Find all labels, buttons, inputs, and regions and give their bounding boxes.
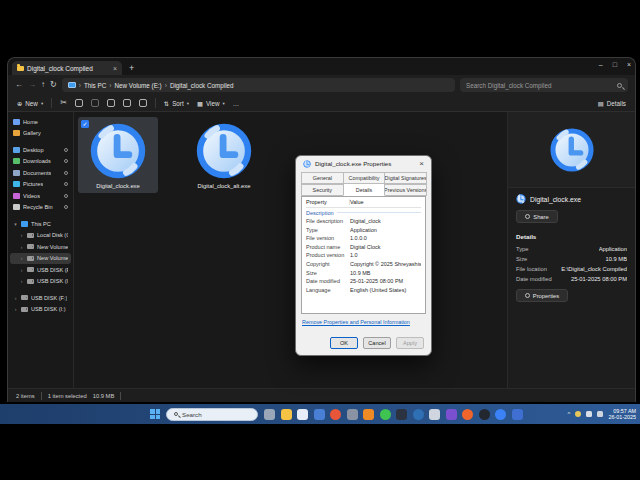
tab-digital-signatures[interactable]: Digital Signatures xyxy=(384,172,427,184)
sidebar-item-new-volume-e[interactable]: › New Volume (E:) xyxy=(10,253,71,265)
copy-button[interactable] xyxy=(75,99,83,107)
mail-app-icon[interactable] xyxy=(347,409,358,420)
tab-security[interactable]: Security xyxy=(301,184,344,196)
breadcrumb-new-volume-e[interactable]: New Volume (E:) xyxy=(114,82,161,89)
vlc-player-icon[interactable] xyxy=(363,409,374,420)
share-button[interactable] xyxy=(123,99,131,107)
sidebar-item-home[interactable]: Home xyxy=(10,116,71,128)
file-tile-digital-clock-alt-exe[interactable]: Digital_clock_alt.exe xyxy=(184,117,264,193)
network-volume-icons[interactable] xyxy=(597,411,603,417)
column-property[interactable]: Property xyxy=(306,199,350,205)
column-value[interactable]: Value xyxy=(350,199,364,205)
cancel-button[interactable]: Cancel xyxy=(363,337,391,349)
new-tab-button[interactable]: + xyxy=(129,64,134,73)
firefox-browser-icon[interactable] xyxy=(462,409,473,420)
remove-properties-link[interactable]: Remove Properties and Personal Informati… xyxy=(302,319,425,325)
tab-previous-versions[interactable]: Previous Versions xyxy=(384,184,427,196)
sort-button[interactable]: ⇅ Sort ▾ xyxy=(164,100,189,107)
chevron-right-icon[interactable]: › xyxy=(19,267,24,273)
tab-details[interactable]: Details xyxy=(343,183,386,196)
delete-button[interactable] xyxy=(139,99,147,107)
cut-button[interactable]: ✂ xyxy=(60,99,67,107)
remote-desktop-icon[interactable] xyxy=(512,409,523,420)
maximize-button[interactable]: □ xyxy=(613,60,617,70)
rename-button[interactable] xyxy=(107,99,115,107)
ok-button[interactable]: OK xyxy=(330,337,358,349)
up-icon[interactable]: ↑ xyxy=(41,81,45,89)
sidebar-item-downloads[interactable]: Downloads xyxy=(10,156,71,168)
purple-folder-app-icon[interactable] xyxy=(446,409,457,420)
chevron-right-icon[interactable]: › xyxy=(13,306,18,312)
desktop-icon xyxy=(13,147,20,153)
brave-browser-icon[interactable] xyxy=(330,409,341,420)
dialog-close-icon[interactable]: × xyxy=(419,160,424,168)
microsoft-store-icon[interactable] xyxy=(297,409,308,420)
forward-icon[interactable]: → xyxy=(28,81,36,89)
sidebar-item-usb-disk-i[interactable]: › USB DISK (I:) xyxy=(10,276,71,288)
close-button[interactable]: × xyxy=(627,60,631,70)
photos-app-icon[interactable] xyxy=(314,409,325,420)
chevron-right-icon[interactable]: › xyxy=(19,232,24,238)
properties-button[interactable]: Properties xyxy=(516,289,568,302)
sidebar-item-local-disk-c[interactable]: › Local Disk (C:) xyxy=(10,230,71,242)
back-icon[interactable]: ← xyxy=(15,81,23,89)
breadcrumb[interactable]: › This PC › New Volume (E:) › Digital_cl… xyxy=(62,78,455,92)
notepad-icon[interactable] xyxy=(429,409,440,420)
property-row: File version1.0.0.0 xyxy=(306,234,421,243)
chevron-right-icon[interactable]: › xyxy=(19,255,24,261)
share-button-pane[interactable]: Share xyxy=(516,210,558,223)
property-row: Product version1.0 xyxy=(306,251,421,260)
code-editor-icon[interactable] xyxy=(396,409,407,420)
file-explorer-icon[interactable] xyxy=(281,409,292,420)
details-pane-toggle[interactable]: ▤ Details xyxy=(598,100,626,107)
home-icon xyxy=(13,119,20,125)
this-pc-icon xyxy=(68,82,76,88)
tray-icon[interactable] xyxy=(586,411,592,417)
sidebar-item-desktop[interactable]: Desktop xyxy=(10,144,71,156)
chevron-down-icon[interactable]: ▾ xyxy=(13,221,18,227)
usb-drive-icon xyxy=(21,295,28,300)
breadcrumb-this-pc[interactable]: This PC xyxy=(84,82,106,89)
chevron-right-icon[interactable]: › xyxy=(19,278,24,284)
view-button[interactable]: ▦ View ▾ xyxy=(197,100,225,107)
sidebar-item-recycle-bin[interactable]: Recycle Bin xyxy=(10,202,71,214)
selection-checkbox[interactable]: ✓ xyxy=(81,120,89,128)
dialog-title-bar[interactable]: Digital_clock.exe Properties × xyxy=(296,156,431,171)
tab-general[interactable]: General xyxy=(301,172,344,184)
minimize-button[interactable]: – xyxy=(599,60,603,70)
apply-button[interactable]: Apply xyxy=(396,337,424,349)
folder-icon xyxy=(17,66,24,71)
chevron-icon: › xyxy=(79,82,81,89)
task-view-icon[interactable] xyxy=(264,409,275,420)
paste-button[interactable] xyxy=(91,99,99,107)
taskbar-search[interactable]: Search xyxy=(166,408,258,421)
obs-studio-icon[interactable] xyxy=(479,409,490,420)
digital-clock-app-icon[interactable] xyxy=(495,409,506,420)
explorer-tab[interactable]: Digital_clock Compiled × xyxy=(12,61,122,75)
breadcrumb-digital-clock-compiled[interactable]: Digital_clock Compiled xyxy=(170,82,234,89)
start-button[interactable] xyxy=(150,409,160,419)
new-button[interactable]: ⊕ New ▾ xyxy=(17,100,43,107)
sidebar-item-usb-disk-f[interactable]: › USB DISK (F:) xyxy=(10,264,71,276)
selection-info: 1 item selected xyxy=(48,393,87,399)
chevron-right-icon[interactable]: › xyxy=(13,295,18,301)
sidebar-item-new-volume-d[interactable]: › New Volume (D:) xyxy=(10,241,71,253)
sidebar-item-documents[interactable]: Documents xyxy=(10,167,71,179)
taskbar-clock[interactable]: 09:57 AM 26-01-2025 xyxy=(608,408,636,421)
sidebar-item-usb-disk-f-root[interactable]: › USB DISK (F:) xyxy=(10,292,71,304)
more-options-button[interactable]: … xyxy=(233,100,239,107)
sidebar-item-this-pc[interactable]: ▾ This PC xyxy=(10,218,71,230)
file-tile-digital-clock-exe[interactable]: ✓ Digital_clock.exe xyxy=(78,117,158,193)
chevron-right-icon[interactable]: › xyxy=(19,244,24,250)
whatsapp-icon[interactable] xyxy=(380,409,391,420)
sidebar-item-usb-disk-i-root[interactable]: › USB DISK (I:) xyxy=(10,304,71,316)
hidden-icons-chevron[interactable]: ^ xyxy=(568,411,571,417)
tab-close-icon[interactable]: × xyxy=(113,65,117,72)
tray-icon[interactable] xyxy=(575,411,581,417)
sidebar-item-pictures[interactable]: Pictures xyxy=(10,179,71,191)
steam-icon[interactable] xyxy=(413,409,424,420)
search-input[interactable]: Search Digital_clock Compiled xyxy=(460,78,628,92)
refresh-icon[interactable]: ↻ xyxy=(50,81,57,89)
sidebar-item-videos[interactable]: Videos xyxy=(10,190,71,202)
sidebar-item-gallery[interactable]: Gallery xyxy=(10,128,71,140)
